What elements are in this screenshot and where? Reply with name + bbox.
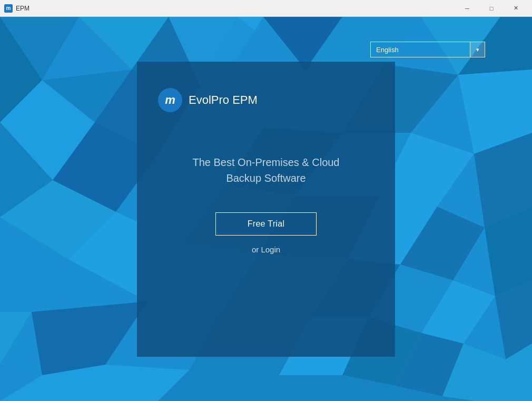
tagline-line1: The Best On-Premises & Cloud: [193, 154, 340, 170]
titlebar-controls: ─ □ ✕: [455, 0, 528, 17]
minimize-button[interactable]: ─: [455, 0, 479, 17]
titlebar-left: m EPM: [4, 4, 29, 13]
titlebar: m EPM ─ □ ✕: [0, 0, 532, 17]
language-dropdown-button[interactable]: ▾: [470, 42, 485, 57]
app-name-label: EvolPro EPM: [189, 93, 258, 107]
tagline: The Best On-Premises & Cloud Backup Soft…: [193, 154, 340, 186]
tagline-line2: Backup Software: [193, 170, 340, 186]
or-login-text: or Login: [252, 245, 280, 254]
logo-area: m EvolPro EPM: [158, 88, 258, 112]
language-selector[interactable]: ▾: [370, 42, 485, 57]
maximize-button[interactable]: □: [479, 0, 504, 17]
app-icon: m: [4, 4, 13, 13]
titlebar-title: EPM: [16, 5, 29, 12]
app-logo: m: [158, 88, 182, 112]
close-button[interactable]: ✕: [504, 0, 528, 17]
center-card: m EvolPro EPM The Best On-Premises & Clo…: [137, 62, 395, 357]
language-input[interactable]: [370, 42, 470, 57]
free-trial-button[interactable]: Free Trial: [215, 212, 317, 236]
main-area: ▾ m EvolPro EPM The Best On-Premises & C…: [0, 17, 532, 401]
